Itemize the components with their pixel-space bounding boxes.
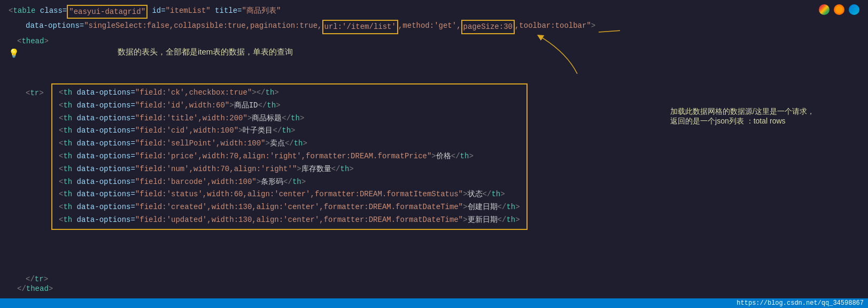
browser-icons: [819, 4, 859, 15]
th-line-10: <th data-options="field:'created',width:…: [59, 201, 520, 214]
class-value-highlight: "easyui-datagrid": [67, 5, 148, 19]
edge-icon: [849, 4, 859, 15]
status-url: https://blog.csdn.net/qq_34598867: [737, 299, 864, 307]
th-line-11: <th data-options="field:'updated',width:…: [59, 214, 520, 227]
lightbulb-icon: 💡: [9, 48, 19, 59]
th-line-9: <th data-options="field:'status',width:6…: [59, 188, 520, 201]
th-line-7: <th data-options="field:'num',width:70,a…: [59, 163, 520, 176]
code-line-dataoptions: data-options="singleSelect:false,collaps…: [0, 19, 868, 34]
thead-annotation: 数据的表头，全部都是item表的数据，单表的查询: [118, 47, 293, 57]
code-line-close-tr: </tr>: [26, 275, 48, 283]
url-highlight-inline: url:'/item/list': [322, 20, 398, 34]
th-line-1: <th data-options="field:'ck',checkbox:tr…: [59, 87, 520, 99]
th-line-3: <th data-options="field:'title',width:20…: [59, 112, 520, 125]
chrome-icon: [819, 4, 830, 15]
firefox-icon: [834, 4, 844, 15]
status-bar: https://blog.csdn.net/qq_34598867: [0, 298, 868, 308]
th-line-6: <th data-options="field:'price',width:70…: [59, 150, 520, 163]
th-line-2: <th data-options="field:'id',width:60">商…: [59, 99, 520, 112]
code-line-table: <table class="easyui-datagrid" id="itemL…: [0, 4, 868, 19]
datasource-annotation: 加载此数据网格的数据源/这里是一个请求， 返回的是一个json列表 ：total…: [670, 107, 815, 126]
th-line-8: <th data-options="field:'barcode',width:…: [59, 176, 520, 189]
pagesize-highlight-inline: pageSize:30: [461, 20, 515, 34]
code-line-close-thead: </thead>: [17, 284, 53, 293]
th-block: <th data-options="field:'ck',checkbox:tr…: [51, 83, 528, 230]
th-line-5: <th data-options="field:'sellPoint',widt…: [59, 137, 520, 150]
th-line-4: <th data-options="field:'cid',width:100"…: [59, 125, 520, 137]
